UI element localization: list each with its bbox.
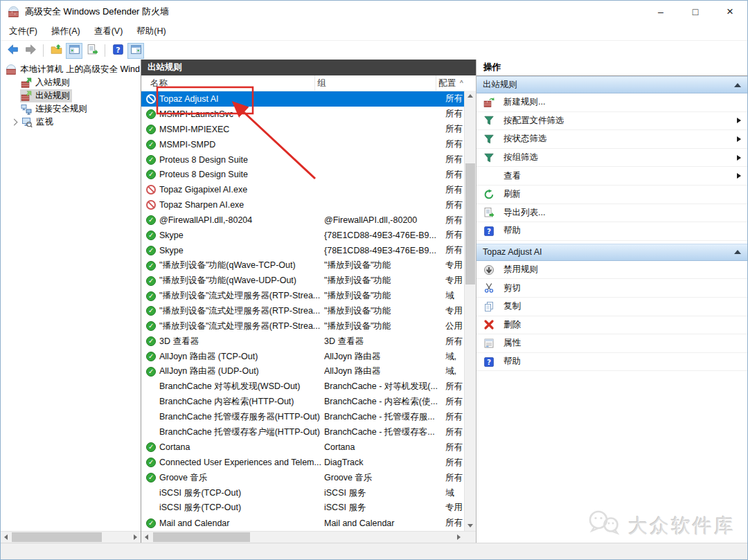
rule-row[interactable]: Proteus 8 Design Suite 所有	[141, 167, 476, 182]
rule-row[interactable]: Topaz Sharpen AI.exe 所有	[141, 197, 476, 213]
toolbar-back-arrow-button[interactable]	[4, 43, 21, 59]
rule-row[interactable]: Connected User Experiences and Telem... …	[141, 455, 476, 470]
collapse-chevron-icon[interactable]	[734, 250, 741, 254]
rule-row[interactable]: Topaz Adjust AI 所有	[141, 91, 476, 107]
column-header-group[interactable]: 组	[315, 75, 436, 91]
rule-name: @FirewallAPI.dll,-80204	[159, 215, 324, 225]
tree-item-0[interactable]: 入站规则	[1, 76, 141, 89]
action-0-4[interactable]: 查看	[477, 167, 747, 186]
rule-name: AllJoyn 路由器 (UDP-Out)	[159, 365, 324, 377]
column-header-name[interactable]: 名称	[141, 75, 315, 91]
rule-row[interactable]: Mail and Calendar Mail and Calendar 所有	[141, 516, 476, 531]
action-0-2[interactable]: 按状态筛选	[477, 130, 747, 149]
scroll-left-button[interactable]	[1, 532, 11, 543]
action-0-7[interactable]: ? 帮助	[477, 222, 747, 241]
cut-icon	[483, 282, 495, 294]
toolbar-show-console-tree-button[interactable]	[66, 43, 82, 59]
scrollbar-thumb[interactable]	[153, 532, 250, 542]
rule-row[interactable]: "播放到设备"流式处理服务器(RTP-Strea... "播放到设备"功能 专用	[141, 303, 476, 318]
actions-section-header[interactable]: Topaz Adjust AI	[477, 244, 747, 261]
action-0-5[interactable]: 刷新	[477, 186, 747, 204]
close-button[interactable]: ×	[713, 1, 747, 23]
rule-row[interactable]: MSMPI-MPIEXEC 所有	[141, 122, 476, 137]
minimize-button[interactable]: –	[643, 1, 678, 23]
rule-name: Skype	[159, 246, 324, 255]
actions-section-header[interactable]: 出站规则	[477, 76, 747, 93]
rule-group: BranchCache - 托管缓存客...	[324, 426, 445, 438]
column-header-profile[interactable]: 配置 ^	[436, 75, 476, 91]
scroll-down-button[interactable]	[465, 521, 476, 531]
rule-row[interactable]: 3D 查看器 3D 查看器 所有	[141, 334, 476, 349]
action-label: 查看	[504, 170, 521, 182]
action-0-6[interactable]: 导出列表...	[477, 204, 747, 223]
rule-row[interactable]: BranchCache 托管缓存客户端(HTTP-Out) BranchCach…	[141, 425, 476, 440]
menu-item-2[interactable]: 查看(V)	[87, 24, 130, 39]
scroll-left-button[interactable]	[141, 532, 152, 543]
rule-row[interactable]: "播放到设备"功能(qWave-UDP-Out) "播放到设备"功能 专用	[141, 273, 476, 289]
submenu-arrow-icon	[737, 173, 741, 179]
submenu-arrow-icon	[737, 136, 741, 142]
menu-item-3[interactable]: 帮助(H)	[130, 24, 172, 39]
toolbar-help-button[interactable]: ?	[109, 43, 126, 59]
maximize-button[interactable]: □	[678, 1, 713, 23]
rule-row[interactable]: BranchCache 内容检索(HTTP-Out) BranchCache -…	[141, 395, 476, 410]
action-0-1[interactable]: 按配置文件筛选	[477, 112, 747, 131]
rule-row[interactable]: "播放到设备"流式处理服务器(RTP-Strea... "播放到设备"功能 公用	[141, 318, 476, 334]
rule-row[interactable]: Cortana Cortana 所有	[141, 440, 476, 455]
rule-row[interactable]: Skype {78E1CD88-49E3-476E-B9... 所有	[141, 243, 476, 258]
rule-row[interactable]: Groove 音乐 Groove 音乐 所有	[141, 470, 476, 485]
rules-vertical-scrollbar[interactable]	[464, 91, 476, 531]
rule-row[interactable]: MSMPI-SMPD 所有	[141, 137, 476, 152]
rule-row[interactable]: BranchCache 对等机发现(WSD-Out) BranchCache -…	[141, 379, 476, 395]
tree-item-1[interactable]: 出站规则	[1, 89, 141, 102]
action-1-1[interactable]: 剪切	[477, 279, 747, 298]
rule-row[interactable]: iSCSI 服务(TCP-Out) iSCSI 服务 域	[141, 485, 476, 500]
rule-group: {78E1CD88-49E3-476E-B9...	[324, 231, 445, 240]
app-window: 高级安全 Windows Defender 防火墙 – □ × 文件(F)操作(…	[0, 0, 748, 560]
refresh-icon	[483, 188, 495, 200]
rule-row[interactable]: Topaz Gigapixel AI.exe 所有	[141, 182, 476, 197]
rules-pane-title: 出站规则	[141, 60, 476, 75]
toolbar-show-action-pane-button[interactable]	[127, 43, 144, 59]
menu-item-0[interactable]: 文件(F)	[2, 24, 44, 39]
rule-name: BranchCache 内容检索(HTTP-Out)	[159, 396, 324, 408]
rule-name: "播放到设备"流式处理服务器(RTP-Strea...	[159, 320, 324, 332]
action-1-0[interactable]: 禁用规则	[477, 261, 747, 280]
rule-row[interactable]: AllJoyn 路由器 (UDP-Out) AllJoyn 路由器 域,	[141, 364, 476, 379]
rule-row[interactable]: MSMPI-LaunchSvc 所有	[141, 107, 476, 122]
action-1-3[interactable]: 删除	[477, 316, 747, 335]
copy-icon	[483, 300, 495, 312]
tree-item-3[interactable]: 监视	[1, 116, 141, 129]
scroll-right-button[interactable]	[130, 532, 141, 543]
action-1-2[interactable]: 复制	[477, 298, 747, 316]
rule-row[interactable]: "播放到设备"流式处理服务器(RTP-Strea... "播放到设备"功能 域	[141, 289, 476, 304]
rule-group: 3D 查看器	[324, 336, 445, 347]
rule-row[interactable]: BranchCache 托管缓存服务器(HTTP-Out) BranchCach…	[141, 410, 476, 425]
action-0-0[interactable]: 新建规则...	[477, 93, 747, 112]
rule-group: "播放到设备"功能	[324, 275, 445, 287]
menu-item-1[interactable]: 操作(A)	[44, 24, 87, 39]
scroll-right-button[interactable]	[454, 532, 464, 543]
rule-row[interactable]: iSCSI 服务(TCP-Out) iSCSI 服务 专用	[141, 500, 476, 516]
toolbar-forward-arrow-button[interactable]	[22, 43, 39, 59]
rules-horizontal-scrollbar[interactable]	[141, 531, 476, 543]
rule-row[interactable]: @FirewallAPI.dll,-80204 @FirewallAPI.dll…	[141, 213, 476, 228]
scrollbar-thumb[interactable]	[465, 163, 475, 284]
tree-item-2[interactable]: 连接安全规则	[1, 102, 141, 116]
action-1-4[interactable]: 属性	[477, 334, 747, 353]
toolbar-folder-up-button[interactable]	[48, 43, 64, 59]
tree-horizontal-scrollbar[interactable]	[1, 531, 141, 543]
back-arrow-icon	[7, 44, 19, 58]
action-1-5[interactable]: ? 帮助	[477, 353, 747, 372]
scroll-up-button[interactable]	[465, 91, 476, 101]
scrollbar-thumb[interactable]	[12, 532, 102, 542]
expand-chevron-icon[interactable]	[11, 119, 18, 126]
rule-row[interactable]: Skype {78E1CD88-49E3-476E-B9... 所有	[141, 228, 476, 243]
rule-row[interactable]: Proteus 8 Design Suite 所有	[141, 152, 476, 168]
rule-row[interactable]: "播放到设备"功能(qWave-TCP-Out) "播放到设备"功能 专用	[141, 258, 476, 273]
action-0-3[interactable]: 按组筛选	[477, 149, 747, 168]
rule-row[interactable]: AllJoyn 路由器 (TCP-Out) AllJoyn 路由器 域,	[141, 349, 476, 364]
tree-root[interactable]: 本地计算机 上的高级安全 Wind	[1, 63, 141, 76]
toolbar-export-list-button[interactable]	[84, 43, 100, 59]
collapse-chevron-icon[interactable]	[734, 83, 741, 87]
